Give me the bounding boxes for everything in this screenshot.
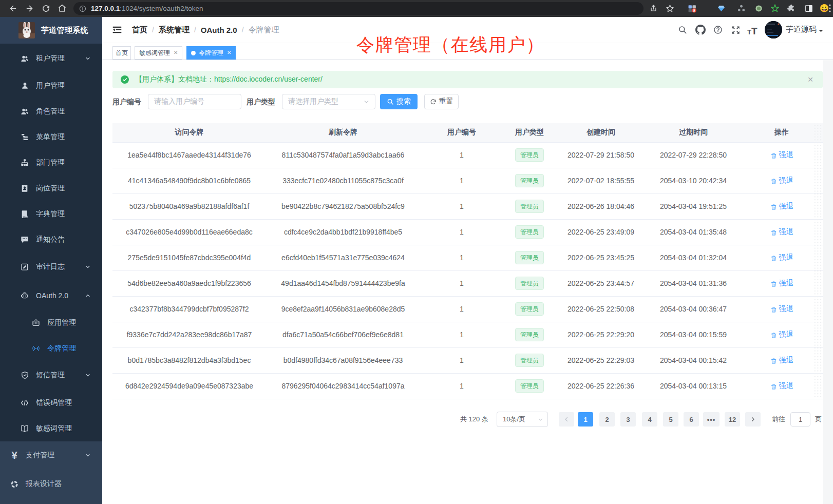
svg-text:9: 9 bbox=[693, 8, 695, 12]
